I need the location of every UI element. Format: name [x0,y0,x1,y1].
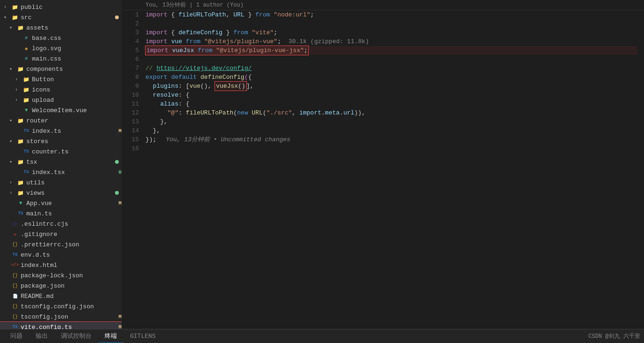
sidebar-item-assets[interactable]: 📁 assets [0,23,122,33]
sidebar-item-views[interactable]: 📁 views [0,188,122,198]
sidebar-item-label: tsconfig.json [21,313,115,320]
code-line-3: import { defineConfig } from "vite"; [146,28,637,37]
sidebar-item-label: App.vue [26,200,115,207]
code-lines: import { fileURLToPath, URL } from "node… [144,10,637,329]
tab-problems[interactable]: 问题 [4,329,29,343]
sidebar-item-main-ts[interactable]: TS main.ts [0,208,122,219]
tab-gitlens[interactable]: GITLENS [123,329,162,343]
sidebar-item-readme[interactable]: 📄 README.md [0,291,122,301]
folder-icon: 📁 [17,24,24,31]
sidebar-item-label: public [21,4,122,11]
tab-output-label: 输出 [36,332,48,340]
sidebar-item-stores[interactable]: 📁 stores [0,136,122,146]
sidebar-item-main-css[interactable]: # main.css [0,53,122,64]
sidebar-item-label: main.css [32,55,122,62]
code-line-6 [146,55,637,64]
folder-icon: 📁 [17,189,24,197]
sidebar-item-package-json[interactable]: {} package.json [0,281,122,291]
folder-icon: 📁 [17,117,24,124]
chevron-icon [15,98,23,103]
sidebar-item-index-html[interactable]: </> index.html [0,260,122,270]
sidebar-item-env-d-ts[interactable]: TS env.d.ts [0,250,122,260]
ts-icon: TS [17,210,24,217]
sidebar-item-base-css[interactable]: # base.css [0,33,122,43]
sidebar-item-label: upload [32,97,122,104]
watermark-label: CSDN @剑九 六千里 [589,333,640,340]
sidebar-item-app-vue[interactable]: ▼ App.vue M [0,198,122,208]
sidebar-item-button[interactable]: 📁 Button [0,74,122,84]
chevron-icon [9,180,17,185]
untracked-badge [115,160,119,164]
css-icon: # [23,34,30,42]
sidebar-item-tsconfig-config[interactable]: {} tsconfig.config.json [0,301,122,312]
sidebar-item-icons[interactable]: 📁 icons [0,84,122,95]
sidebar-item-vite-config[interactable]: TS vite.config.ts M [0,322,122,329]
sidebar-item-label: index.html [21,262,122,269]
untracked-badge [115,191,119,195]
chevron-icon [4,5,11,10]
sidebar-item-label: tsx [26,159,115,166]
sidebar-item-tsx[interactable]: 📁 tsx [0,157,122,167]
tab-debug-console[interactable]: 调试控制台 [54,329,98,343]
folder-icon: 📁 [11,3,19,11]
sidebar-item-tsconfig-json[interactable]: {} tsconfig.json M [0,312,122,322]
sidebar-item-label: index.tsx [32,169,115,176]
tab-problems-label: 问题 [10,332,23,340]
file-explorer: 📁 public 📁 src 📁 assets # base.css ◈ log… [0,0,122,329]
modified-badge: M [118,314,122,320]
modified-badge [115,15,119,19]
sidebar-item-upload[interactable]: 📁 upload [0,95,122,105]
sidebar-item-label: icons [32,86,122,93]
sidebar-item-src[interactable]: 📁 src [0,12,122,23]
css-icon: # [23,55,30,62]
chevron-icon [9,138,17,144]
bottom-panel-tabs: 问题 输出 调试控制台 终端 GITLENS CSDN @剑九 六千里 [0,329,644,343]
eslint-icon: ⬡ [11,220,19,228]
tab-output[interactable]: 输出 [29,329,54,343]
sidebar-item-utils[interactable]: 📁 utils [0,177,122,188]
folder-icon: 📁 [17,137,24,145]
tab-terminal[interactable]: 终端 [98,329,123,343]
sidebar-item-router[interactable]: 📁 router [0,115,122,126]
sidebar-item-label: .gitignore [21,231,122,238]
code-line-11: alias: { [146,99,637,108]
sidebar-item-router-index-ts[interactable]: TS index.ts M [0,126,122,136]
folder-icon: 📁 [23,76,30,83]
sidebar-item-components[interactable]: 📁 components [0,64,122,74]
git-icon: ◇ [11,230,19,238]
chevron-icon [15,87,23,92]
sidebar-item-label: vite.config.ts [21,324,115,329]
sidebar-item-index-tsx[interactable]: TS index.tsx U [0,167,122,177]
sidebar-item-eslintrc[interactable]: ⬡ .eslintrc.cjs [0,219,122,229]
sidebar-item-counter-ts[interactable]: TS counter.ts [0,146,122,157]
sidebar-item-logo-svg[interactable]: ◈ logo.svg [0,43,122,53]
sidebar-item-label: .prettierrc.json [21,241,122,248]
sidebar-item-welcomeitem[interactable]: ▼ WelcomeItem.vue [0,105,122,115]
sidebar-item-label: package.json [21,282,122,290]
folder-icon: 📁 [17,179,24,186]
sidebar-item-label: stores [26,138,122,145]
svg-icon: ◈ [23,45,30,52]
sidebar-item-label: tsconfig.config.json [21,303,122,310]
sidebar-item-label: WelcomeItem.vue [32,107,122,114]
sidebar-item-prettierrc[interactable]: {} .prettierrc.json [0,239,122,250]
git-info-text: You, 13分钟前 | 1 author (You) [146,1,244,9]
json-icon: {} [11,282,19,290]
code-line-14: }, [146,126,637,135]
chevron-icon [4,15,11,20]
sidebar-item-gitignore[interactable]: ◇ .gitignore [0,229,122,239]
tab-gitlens-label: GITLENS [130,333,156,340]
sidebar-item-package-lock[interactable]: {} package-lock.json [0,270,122,281]
modified-badge: M [118,324,122,329]
sidebar-item-label: base.css [32,35,122,42]
json-icon: {} [11,272,19,279]
code-line-4: import vue from "@vitejs/plugin-vue"; 30… [146,37,637,46]
folder-icon: 📁 [17,65,24,73]
scrollbar[interactable] [637,10,644,329]
sidebar-item-label: README.md [21,293,122,300]
sidebar-item-public[interactable]: 📁 public [0,2,122,12]
editor-area: You, 13分钟前 | 1 author (You) 1 2 3 4 5 6 … [122,0,644,329]
tab-debug-label: 调试控制台 [61,332,92,340]
folder-icon: 📁 [23,86,30,93]
code-line-9: plugins: [vue(), vueJsx()], [146,82,637,91]
